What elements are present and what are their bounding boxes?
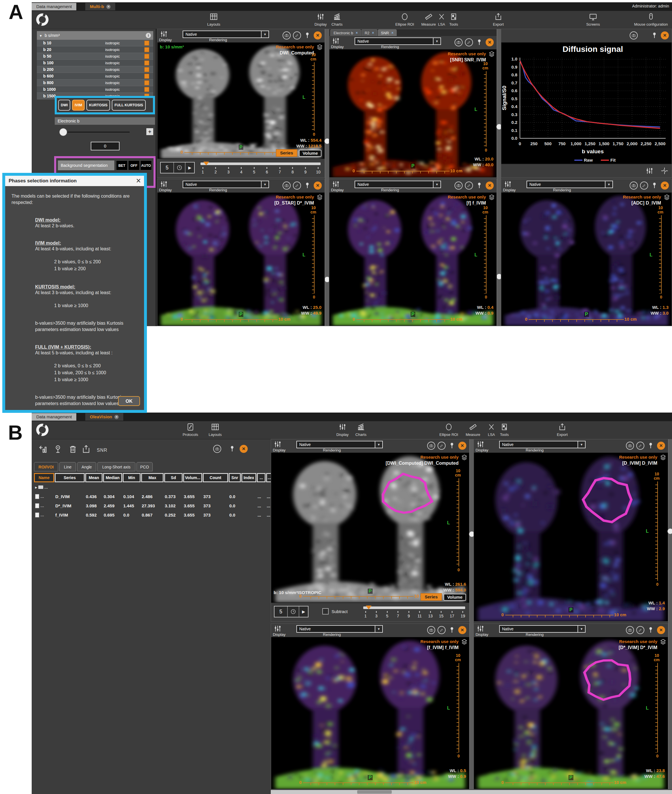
electronic-b-add-button[interactable]: +	[146, 128, 153, 135]
display-sliders-icon[interactable]	[476, 440, 485, 448]
chevron-down-icon[interactable]: ▼	[375, 441, 382, 448]
camera-icon[interactable]	[427, 442, 435, 450]
camera-icon[interactable]	[630, 181, 638, 190]
b-checkbox[interactable]	[144, 54, 149, 59]
close-icon[interactable]: ✕	[657, 626, 665, 634]
camera-icon[interactable]	[454, 181, 462, 190]
dialog-close-icon[interactable]: ✕	[136, 176, 141, 186]
close-icon[interactable]: ✕	[486, 38, 494, 46]
close-tab-icon[interactable]: ×	[106, 5, 110, 9]
trash-icon[interactable]	[68, 444, 78, 454]
display-sliders-icon[interactable]	[160, 180, 168, 189]
b-value-row[interactable]: b 50isotropic	[37, 53, 153, 60]
camera-icon[interactable]	[213, 445, 221, 453]
display-sliders-icon[interactable]	[160, 30, 168, 38]
clock-icon[interactable]	[174, 162, 186, 173]
histogram-export-icon[interactable]	[38, 444, 48, 454]
column-header[interactable]: Median	[103, 473, 122, 482]
image-viewport[interactable]: Research use only [DWI_Computed] DWI_Com…	[271, 453, 469, 603]
close-icon[interactable]: ✕	[458, 626, 466, 634]
timeline-tick[interactable]: 3	[374, 611, 379, 618]
column-header[interactable]: Sd	[164, 473, 182, 482]
rendering-dropdown[interactable]: Native ▼	[296, 625, 383, 633]
pin-icon[interactable]	[303, 31, 311, 40]
rendering-dropdown[interactable]: Native ▼	[355, 37, 441, 45]
play-icon[interactable]: ▶	[186, 162, 194, 173]
tab-r2[interactable]: R2×	[362, 29, 378, 36]
image-viewport[interactable]: Research use only [f] f_IVIM 10cm 0 L P …	[329, 192, 497, 326]
row-icon[interactable]: …	[34, 492, 54, 501]
charts-button[interactable]: Charts	[325, 13, 349, 27]
layers-icon[interactable]	[461, 454, 468, 461]
timeline-tick[interactable]: 1	[200, 167, 205, 174]
close-tab-icon[interactable]: ×	[356, 31, 358, 35]
timeline-tick[interactable]: 19	[461, 611, 465, 618]
timeline-position-marker[interactable]	[366, 605, 371, 609]
display-sliders-icon[interactable]	[274, 624, 282, 633]
bet-button[interactable]: BET	[116, 160, 128, 170]
camera-icon[interactable]	[283, 31, 291, 40]
camera-icon[interactable]	[283, 181, 291, 190]
annotate-icon[interactable]	[293, 31, 301, 40]
tab-electronic-b[interactable]: Electronic b×	[330, 29, 361, 36]
roi-outline[interactable]	[474, 637, 668, 789]
display-sliders-icon[interactable]	[504, 180, 512, 189]
image-viewport[interactable]: Research use only [f_IVIM] f_IVIM 10cm 0…	[271, 637, 469, 789]
electronic-b-slider-handle[interactable]	[59, 128, 67, 136]
b-value-row[interactable]: b 800isotropic	[37, 80, 153, 86]
column-header[interactable]: Count	[203, 473, 228, 482]
close-icon[interactable]: ✕	[661, 181, 669, 190]
chevron-down-icon[interactable]: ▼	[578, 626, 585, 632]
tab-multi-b[interactable]: Multi-b×	[85, 3, 115, 10]
timeline-tick[interactable]: 5	[385, 611, 389, 618]
column-header[interactable]: Snr	[229, 473, 241, 482]
column-header[interactable]: Mean	[85, 473, 102, 482]
pin-icon[interactable]	[448, 442, 456, 450]
rendering-dropdown[interactable]: Native ▼	[526, 181, 613, 188]
timeline-tick[interactable]: 9	[303, 167, 308, 174]
image-viewport[interactable]: Research use only [D_IVIM] D_IVIM 10cm 0…	[474, 453, 668, 621]
clock-icon[interactable]	[288, 607, 299, 617]
display-sliders-icon[interactable]	[645, 166, 654, 175]
image-viewport[interactable]: Research use only DWI_Computed b: 10 s/m…	[157, 42, 325, 159]
b-value-row[interactable]: b 100isotropic	[37, 60, 153, 66]
timeline-tick[interactable]: 7	[396, 611, 400, 618]
b-checkbox[interactable]	[144, 41, 149, 45]
timeline-tick[interactable]: 7	[277, 167, 282, 174]
dwi-model-button[interactable]: DWI	[58, 100, 70, 110]
b-checkbox[interactable]	[144, 61, 149, 66]
timeline-track[interactable]	[363, 607, 465, 609]
subtract-checkbox[interactable]: Subtract	[322, 608, 348, 615]
b-value-row[interactable]: b 600isotropic	[37, 73, 153, 80]
b-checkbox[interactable]	[144, 80, 149, 85]
image-viewport[interactable]: Research use only [SNR] SNR_IVIM 10cm 0 …	[329, 49, 497, 178]
annotate-icon[interactable]	[465, 38, 473, 46]
annotate-icon[interactable]	[640, 181, 648, 190]
image-viewport[interactable]: Research use only [D*_IVIM] D*_IVIM 10cm…	[474, 637, 668, 789]
timeline-track[interactable]	[200, 162, 321, 165]
close-icon[interactable]: ✕	[314, 31, 322, 40]
column-header[interactable]: Series	[55, 473, 85, 482]
image-viewport[interactable]: Research use only [D_STAR] D*_IVIM 10cm …	[157, 192, 325, 326]
chevron-down-icon[interactable]: ▼	[433, 38, 440, 44]
pin-icon[interactable]	[650, 31, 658, 40]
crop-axes-icon[interactable]	[660, 166, 669, 175]
annotate-icon[interactable]	[465, 181, 473, 190]
rendering-dropdown[interactable]: Native ▼	[182, 30, 269, 38]
layers-icon[interactable]	[488, 194, 495, 201]
kurtosis-model-button[interactable]: KURTOSIS	[86, 100, 110, 110]
pin-icon[interactable]	[475, 181, 483, 190]
b-values-header[interactable]: ▼b s/mm³i	[37, 31, 153, 40]
close-tab-icon[interactable]: ×	[392, 31, 394, 35]
rendering-dropdown[interactable]: Native ▼	[499, 441, 586, 448]
frame-controls[interactable]: 5 ▶	[160, 162, 195, 173]
info-icon[interactable]: i	[146, 33, 151, 38]
layouts-button[interactable]: Layouts	[202, 13, 226, 27]
pin-icon[interactable]	[228, 445, 236, 453]
close-icon[interactable]: ✕	[661, 31, 669, 40]
roi-outline[interactable]	[474, 453, 668, 621]
annotate-icon[interactable]	[293, 181, 301, 190]
b-value-row[interactable]: b 200isotropic	[37, 66, 153, 73]
display-sliders-icon[interactable]	[331, 37, 340, 45]
timeline-tick[interactable]: 8	[290, 167, 295, 174]
